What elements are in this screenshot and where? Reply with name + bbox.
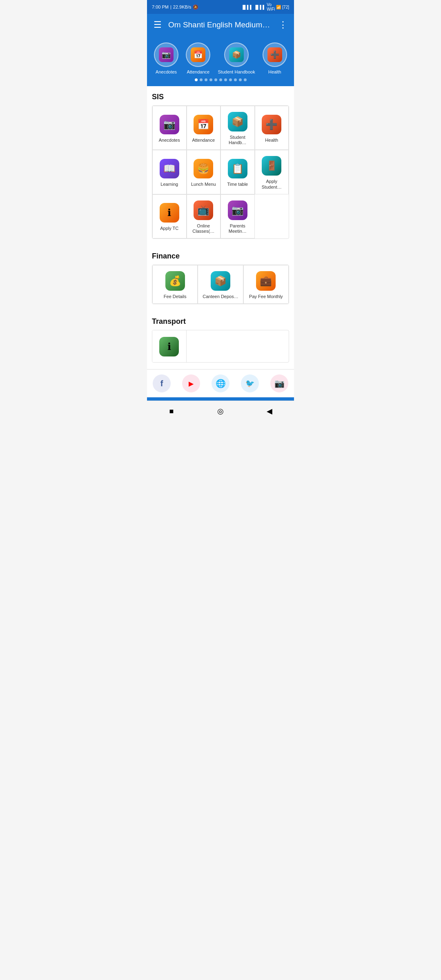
timetable-icon: 📋	[228, 159, 247, 178]
lunch-icon: 🍔	[194, 159, 213, 178]
carousel-attendance-icon: 📅	[186, 42, 210, 67]
dot-5	[214, 78, 217, 81]
feedetails-label: Fee Details	[164, 294, 187, 299]
status-left: 7:00 PM | 22.9KB/s 🔕	[152, 4, 198, 10]
nav-home-button[interactable]: ◎	[214, 405, 227, 417]
youtube-icon: ▶	[189, 380, 194, 388]
carousel-health-icon: ➕	[263, 42, 287, 67]
feedetails-icon: 💰	[165, 271, 185, 291]
dot-11	[244, 78, 247, 81]
sis-title: SIS	[152, 93, 289, 101]
menu-button[interactable]: ☰	[154, 20, 162, 30]
status-right: ▐▌▌▌ ▐▌▌▌ VoWiFi 📶 [72]	[241, 2, 289, 11]
twitter-button[interactable]: 🐦	[241, 374, 259, 392]
anecdotes-label: Anecdotes	[159, 138, 180, 143]
transport-title: Transport	[152, 317, 289, 326]
carousel-anecdotes-icon: 📷	[154, 42, 178, 67]
youtube-button[interactable]: ▶	[182, 374, 200, 392]
carousel-handbook-label: Student Handbook	[218, 69, 255, 74]
onlineclasses-label: Online Classes(…	[189, 223, 219, 234]
main-content: SIS 📷 Anecdotes 📅 Attendance 📦 Student H…	[147, 86, 294, 397]
dot-1	[195, 78, 198, 81]
sis-item-health[interactable]: ➕ Health	[255, 106, 289, 150]
dot-4	[209, 78, 212, 81]
canteen-label: Canteen Depos…	[203, 294, 238, 299]
bottom-accent-bar	[147, 397, 294, 401]
finance-item-canteen[interactable]: 📦 Canteen Depos…	[198, 265, 243, 304]
status-speed: 22.9KB/s	[173, 4, 192, 9]
sis-item-onlineclasses[interactable]: 📺 Online Classes(…	[187, 194, 221, 238]
onlineclasses-icon: 📺	[194, 200, 213, 220]
health-icon: ➕	[262, 115, 281, 134]
square-icon: ■	[169, 407, 174, 416]
carousel-dots	[195, 78, 247, 81]
circle-icon: ◎	[217, 407, 224, 416]
sis-item-applystudent[interactable]: 🚪 Apply Student…	[255, 150, 289, 194]
learning-icon: 📖	[160, 159, 179, 178]
applystudent-icon: 🚪	[262, 156, 281, 176]
instagram-button[interactable]: 📷	[270, 374, 288, 392]
transport-grid: ℹ	[152, 330, 289, 363]
canteen-icon: 📦	[211, 271, 230, 291]
finance-title: Finance	[152, 252, 289, 261]
facebook-icon: f	[160, 379, 163, 388]
sis-item-attendance[interactable]: 📅 Attendance	[187, 106, 221, 150]
carousel-item-handbook[interactable]: 📦 Student Handbook	[218, 42, 255, 74]
learning-label: Learning	[160, 182, 178, 187]
header: ☰ Om Shanti English Medium… ⋮	[147, 14, 294, 36]
sis-item-handbook[interactable]: 📦 Student Handb…	[220, 106, 255, 150]
sis-grid: 📷 Anecdotes 📅 Attendance 📦 Student Handb…	[152, 105, 289, 239]
nav-back-button[interactable]: ◀	[263, 405, 276, 417]
transport-icon: ℹ	[159, 337, 179, 356]
lunch-label: Lunch Menu	[191, 182, 216, 187]
sis-item-parentsmeeting[interactable]: 📷 Parents Meetin…	[220, 194, 255, 238]
carousel-item-attendance[interactable]: 📅 Attendance	[186, 42, 210, 74]
sis-item-lunch[interactable]: 🍔 Lunch Menu	[187, 150, 221, 194]
nav-square-button[interactable]: ■	[165, 405, 178, 417]
handbook-icon: 📦	[228, 112, 247, 131]
attendance-icon: 📅	[194, 115, 213, 134]
wifi-icon: 📶	[276, 5, 281, 9]
carousel-items: 📷 Anecdotes 📅 Attendance 📦 Student Handb…	[147, 42, 294, 74]
finance-item-feedetails[interactable]: 💰 Fee Details	[152, 265, 198, 304]
dot-10	[239, 78, 242, 81]
sis-item-timetable[interactable]: 📋 Time table	[220, 150, 255, 194]
status-bar: 7:00 PM | 22.9KB/s 🔕 ▐▌▌▌ ▐▌▌▌ VoWiFi 📶 …	[147, 0, 294, 14]
handbook-label: Student Handb…	[223, 135, 253, 145]
carousel-item-health[interactable]: ➕ Health	[263, 42, 287, 74]
applytc-label: Apply TC	[160, 226, 178, 231]
carousel-item-anecdotes[interactable]: 📷 Anecdotes	[154, 42, 178, 74]
signal-icon: ▐▌▌▌	[241, 5, 253, 9]
applytc-icon: ℹ	[160, 203, 179, 223]
carousel-anecdotes-label: Anecdotes	[156, 69, 177, 74]
dot-9	[234, 78, 237, 81]
sis-item-anecdotes[interactable]: 📷 Anecdotes	[152, 106, 187, 150]
transport-item-info[interactable]: ℹ	[152, 330, 187, 362]
status-time: 7:00 PM	[152, 4, 169, 9]
app-title: Om Shanti English Medium…	[168, 20, 272, 29]
dot-3	[205, 78, 207, 81]
website-button[interactable]: 🌐	[212, 374, 229, 392]
sis-item-applytc[interactable]: ℹ Apply TC	[152, 194, 187, 238]
instagram-icon: 📷	[274, 379, 285, 388]
transport-section: Transport ℹ	[147, 311, 294, 366]
battery-icon: [72]	[282, 5, 289, 9]
vowifi-label: VoWiFi	[267, 2, 275, 11]
status-network: |	[170, 4, 172, 9]
facebook-button[interactable]: f	[153, 374, 171, 392]
attendance-label: Attendance	[192, 138, 215, 143]
sis-item-learning[interactable]: 📖 Learning	[152, 150, 187, 194]
carousel-handbook-icon: 📦	[224, 42, 249, 67]
timetable-label: Time table	[227, 182, 248, 187]
health-label: Health	[265, 138, 278, 143]
signal-icon2: ▐▌▌▌	[254, 5, 265, 9]
dot-7	[224, 78, 227, 81]
more-button[interactable]: ⋮	[278, 20, 287, 30]
payfee-icon: 💼	[256, 271, 276, 291]
finance-item-payfee[interactable]: 💼 Pay Fee Monthly	[243, 265, 289, 304]
anecdotes-icon: 📷	[160, 115, 179, 134]
dot-6	[219, 78, 222, 81]
twitter-icon: 🐦	[245, 379, 254, 388]
nav-bar: ■ ◎ ◀	[147, 401, 294, 421]
social-bar: f ▶ 🌐 🐦 📷	[147, 369, 294, 397]
